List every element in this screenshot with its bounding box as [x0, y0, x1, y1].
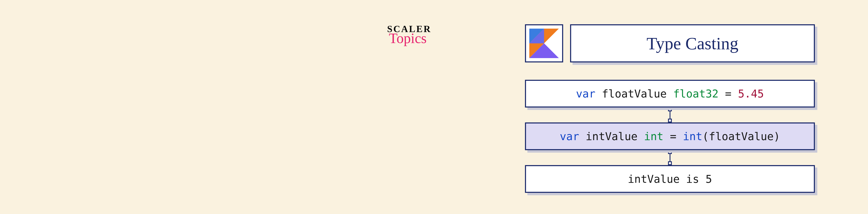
result-box: intValue is 5 [525, 165, 815, 193]
keyword-var: var [560, 130, 579, 143]
title-text: Type Casting [647, 33, 738, 54]
kotlin-logo-box [525, 24, 563, 63]
literal-5-45: 5.45 [738, 87, 764, 100]
code-box-1: var floatValue float32 = 5.45 [525, 80, 815, 108]
brand-topics-text: Topics [389, 31, 427, 45]
header-row: Type Casting [525, 24, 815, 63]
keyword-var: var [576, 87, 595, 100]
code-box-2: var intValue int = int(floatValue) [525, 122, 815, 150]
identifier-intvalue: intValue [586, 130, 638, 143]
type-int: int [644, 130, 663, 143]
title-box: Type Casting [570, 24, 815, 63]
func-int: int [683, 130, 702, 143]
arg-floatvalue: (floatValue) [702, 130, 780, 143]
kotlin-icon [529, 29, 559, 58]
result-text: intValue is 5 [628, 173, 712, 185]
flow-diagram: var floatValue float32 = 5.45 var intVal… [525, 80, 815, 193]
identifier-floatvalue: floatValue [602, 87, 666, 100]
scaler-topics-logo: SCALER Topics [387, 24, 431, 45]
type-float32: float32 [673, 87, 718, 100]
